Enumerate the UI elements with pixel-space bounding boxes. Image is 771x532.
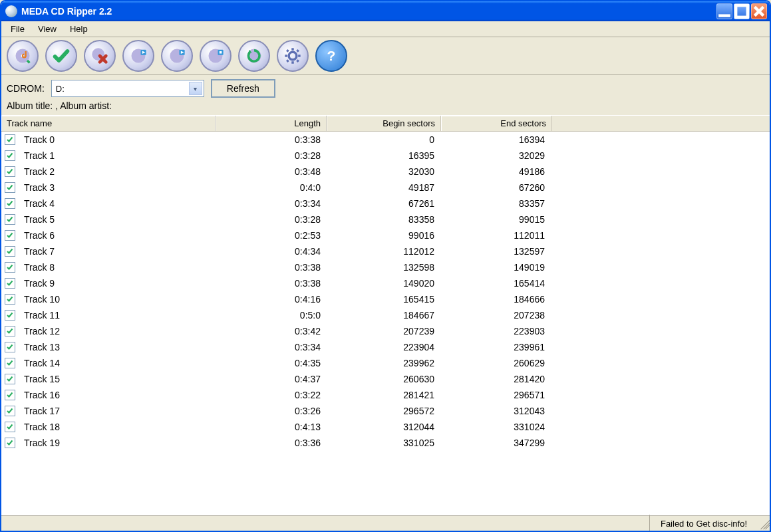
track-begin: 49187	[326, 182, 440, 193]
track-length: 0:3:28	[216, 150, 326, 161]
track-length: 0:4:34	[216, 246, 326, 257]
track-name: Track 12	[19, 326, 216, 336]
maximize-button[interactable]	[734, 3, 750, 19]
col-length[interactable]: Length	[216, 116, 327, 131]
table-row[interactable]: Track 70:4:34112012132597	[1, 243, 770, 259]
track-checkbox[interactable]	[5, 262, 15, 273]
check-icon	[6, 168, 14, 176]
table-row[interactable]: Track 180:4:13312044331024	[1, 419, 770, 435]
table-row[interactable]: Track 160:3:22281421296571	[1, 387, 770, 403]
check-icon	[6, 327, 14, 335]
track-end: 296571	[440, 390, 550, 400]
track-checkbox[interactable]	[5, 134, 15, 145]
track-begin: 132598	[326, 262, 440, 273]
track-checkbox[interactable]	[5, 342, 15, 352]
table-row[interactable]: Track 140:4:35239962260629	[1, 355, 770, 371]
track-checkbox[interactable]	[5, 278, 15, 289]
menu-file[interactable]: File	[5, 23, 30, 35]
stop-button[interactable]	[200, 40, 231, 72]
table-row[interactable]: Track 130:3:34223904239961	[1, 339, 770, 355]
track-name: Track 17	[19, 406, 216, 416]
check-all-button[interactable]	[45, 40, 77, 72]
track-length: 0:4:16	[216, 294, 326, 305]
table-row[interactable]: Track 30:4:04918767260	[1, 180, 770, 196]
check-icon	[6, 359, 14, 367]
track-end: 312043	[440, 406, 550, 416]
menu-view[interactable]: View	[33, 23, 62, 35]
uncheck-all-button[interactable]	[84, 40, 116, 72]
table-row[interactable]: Track 110:5:0184667207238	[1, 307, 770, 323]
table-row[interactable]: Track 120:3:42207239223903	[1, 323, 770, 339]
track-name: Track 18	[19, 422, 216, 432]
cdrom-select[interactable]: D: ▾	[51, 80, 204, 97]
track-length: 0:3:42	[216, 326, 326, 336]
track-checkbox[interactable]	[5, 422, 15, 432]
titlebar[interactable]: MEDA CD Ripper 2.2	[1, 1, 770, 21]
col-end-sectors[interactable]: End sectors	[441, 116, 552, 131]
statusbar: Failed to Get disc-info!	[1, 515, 770, 531]
table-row[interactable]: Track 100:4:16165415184666	[1, 291, 770, 307]
col-begin-sectors[interactable]: Begin sectors	[327, 116, 441, 131]
track-list[interactable]: Track 00:3:38016394Track 10:3:2816395320…	[1, 132, 770, 515]
settings-button[interactable]	[277, 40, 309, 72]
track-checkbox[interactable]	[5, 246, 15, 257]
table-row[interactable]: Track 150:4:37260630281420	[1, 371, 770, 387]
check-icon	[6, 311, 14, 319]
track-checkbox[interactable]	[5, 166, 15, 177]
disc-x-icon	[90, 47, 109, 65]
table-row[interactable]: Track 10:3:281639532029	[1, 148, 770, 164]
table-row[interactable]: Track 80:3:38132598149019	[1, 259, 770, 275]
track-checkbox[interactable]	[5, 182, 15, 193]
track-checkbox[interactable]	[5, 390, 15, 400]
track-begin: 239962	[326, 358, 440, 368]
check-icon	[6, 200, 14, 207]
rip-button[interactable]	[7, 40, 39, 72]
col-track-name[interactable]: Track name	[1, 116, 216, 131]
resize-grip-icon[interactable]	[758, 517, 770, 529]
table-row[interactable]: Track 170:3:26296572312043	[1, 403, 770, 419]
menu-help[interactable]: Help	[65, 23, 93, 35]
track-checkbox[interactable]	[5, 358, 15, 368]
play-button[interactable]	[161, 40, 193, 72]
track-checkbox[interactable]	[5, 294, 15, 305]
cdrom-label: CDROM:	[7, 83, 45, 94]
table-row[interactable]: Track 90:3:38149020165414	[1, 275, 770, 291]
track-checkbox[interactable]	[5, 198, 15, 209]
check-icon	[6, 407, 14, 415]
maximize-icon	[734, 4, 749, 19]
next-track-button[interactable]	[238, 40, 270, 72]
table-row[interactable]: Track 00:3:38016394	[1, 132, 770, 148]
track-begin: 149020	[326, 278, 440, 289]
track-length: 0:3:34	[216, 198, 326, 209]
track-length: 0:3:22	[216, 390, 326, 400]
cdrom-value: D:	[56, 84, 65, 94]
track-length: 0:2:53	[216, 230, 326, 241]
track-checkbox[interactable]	[5, 406, 15, 416]
table-row[interactable]: Track 60:2:5399016112011	[1, 227, 770, 243]
check-icon	[6, 263, 14, 271]
table-row[interactable]: Track 50:3:288335899015	[1, 211, 770, 227]
track-checkbox[interactable]	[5, 214, 15, 225]
track-checkbox[interactable]	[5, 326, 15, 336]
track-checkbox[interactable]	[5, 374, 15, 384]
minimize-button[interactable]	[716, 3, 732, 19]
track-checkbox[interactable]	[5, 310, 15, 321]
track-checkbox[interactable]	[5, 150, 15, 161]
table-row[interactable]: Track 40:3:346726183357	[1, 196, 770, 211]
help-button[interactable]: ?	[315, 40, 347, 72]
table-row[interactable]: Track 190:3:36331025347299	[1, 435, 770, 451]
close-button[interactable]	[751, 3, 767, 19]
refresh-button[interactable]: Refresh	[211, 79, 275, 98]
track-begin: 331025	[326, 438, 440, 448]
track-length: 0:4:13	[216, 422, 326, 432]
check-icon	[6, 184, 14, 192]
track-length: 0:4:0	[216, 182, 326, 193]
track-begin: 99016	[326, 230, 440, 241]
table-row[interactable]: Track 20:3:483203049186	[1, 164, 770, 180]
close-icon	[752, 4, 766, 19]
prev-track-button[interactable]	[122, 40, 154, 72]
track-end: 132597	[440, 246, 550, 257]
track-name: Track 5	[19, 214, 216, 225]
track-checkbox[interactable]	[5, 438, 15, 448]
track-checkbox[interactable]	[5, 230, 15, 241]
